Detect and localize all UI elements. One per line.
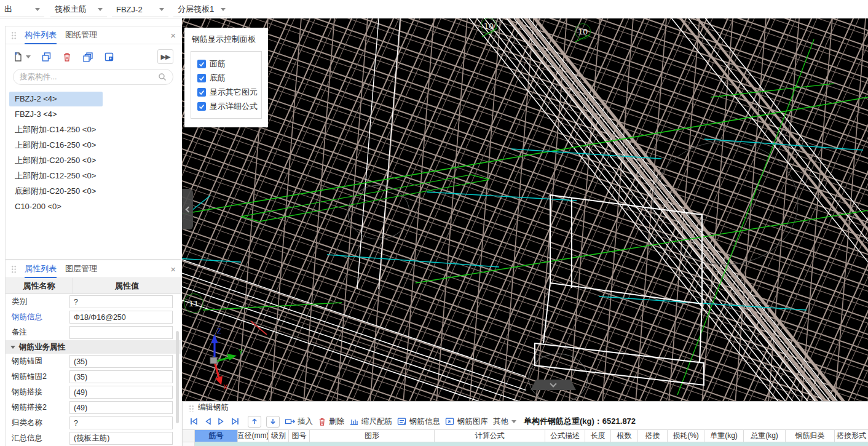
collapse-bottom-tab[interactable] — [531, 380, 576, 390]
layer-dropdown[interactable]: 出 — [0, 2, 44, 17]
3d-viewport[interactable]: Z Y X 10 10 11 钢筋显示控制面板 面筋 底筋 显示其 — [182, 18, 868, 401]
option-show-other-elements[interactable]: 显示其它图元 — [197, 85, 261, 99]
edit-panel-title: 编辑钢筋 — [198, 402, 229, 413]
property-value-field[interactable]: (49) — [69, 401, 173, 414]
property-label: 汇总信息 — [6, 433, 69, 444]
list-item[interactable]: 上部附加-C12-250 <0> — [9, 169, 177, 183]
slab-dropdown[interactable]: 分层筏板1 — [173, 2, 230, 17]
scrollbar-thumb[interactable] — [176, 331, 179, 423]
delete-button[interactable]: 删除 — [318, 416, 344, 427]
checkbox-checked-icon[interactable] — [197, 60, 206, 68]
column-header[interactable]: 钢筋归类 — [786, 430, 835, 442]
property-value-field[interactable] — [69, 326, 173, 339]
list-item[interactable]: 底部附加-C20-250 <0> — [9, 184, 177, 199]
edit-rebar-panel: 编辑钢筋 插入 删除 缩尺配筋 — [182, 401, 868, 446]
property-value-field[interactable]: (筏板主筋) — [69, 432, 173, 445]
layers-icon — [82, 52, 93, 62]
chevron-down-icon[interactable] — [26, 55, 31, 58]
save-component-button[interactable] — [104, 52, 114, 62]
list-item[interactable]: 上部附加-C20-250 <0> — [9, 153, 177, 168]
property-value-field[interactable]: (49) — [69, 386, 173, 399]
new-component-button[interactable] — [13, 52, 31, 62]
rebar-library-button[interactable]: 钢筋图库 — [445, 416, 488, 427]
column-header[interactable]: 图形 — [310, 430, 435, 442]
column-header[interactable]: 损耗(%) — [668, 430, 704, 442]
tab-property-list[interactable]: 属性列表 — [25, 260, 57, 278]
scale-rebar-button[interactable]: 缩尺配筋 — [349, 416, 392, 427]
property-group-header[interactable]: 钢筋业务属性 — [6, 340, 181, 354]
property-label: 类别 — [6, 297, 69, 307]
property-label: 钢筋锚固2 — [6, 372, 69, 382]
column-header[interactable]: 根数 — [611, 430, 638, 442]
list-item[interactable]: FBZJ-3 <4> — [9, 107, 177, 122]
list-item[interactable]: C10-200 <0> — [9, 199, 177, 214]
checkbox-checked-icon[interactable] — [197, 74, 206, 82]
copy-component-button[interactable] — [41, 52, 52, 62]
list-item[interactable]: FBZJ-2 <4> — [9, 92, 103, 106]
component-dropdown[interactable]: FBZJ-2 — [112, 2, 168, 17]
component-search[interactable] — [13, 69, 173, 85]
other-menu-button[interactable]: 其他 — [493, 416, 516, 427]
list-item[interactable]: 上部附加-C16-250 <0> — [9, 138, 177, 153]
column-header[interactable]: 直径(mm) — [238, 430, 269, 442]
drag-handle-icon[interactable] — [10, 31, 16, 39]
option-top-rebar[interactable]: 面筋 — [197, 57, 261, 71]
column-header[interactable]: 公式描述 — [545, 430, 585, 442]
drag-handle-icon[interactable] — [188, 404, 194, 412]
rebar-info-button[interactable]: 钢筋信息 — [397, 416, 440, 427]
property-value-field[interactable]: ? — [69, 416, 173, 429]
checkbox-checked-icon[interactable] — [197, 102, 206, 111]
checkbox-checked-icon[interactable] — [197, 88, 206, 97]
element-type-dropdown[interactable]: 筏板主筋 — [50, 2, 107, 17]
previous-record-button[interactable] — [205, 417, 211, 426]
property-panel: 属性列表 图层管理 × 属性名称 属性值 类别 ? 钢筋信息 Φ18/Φ16@2… — [5, 260, 181, 446]
first-record-button[interactable] — [189, 417, 199, 426]
property-value-field[interactable]: (35) — [69, 355, 173, 368]
axis-bubble: 10 — [481, 18, 497, 34]
chevron-down-icon — [98, 8, 103, 11]
expand-toolbar-button[interactable]: ▶▶ — [157, 49, 173, 64]
column-header[interactable]: 搭接 — [638, 430, 668, 442]
tab-layer-management[interactable]: 图层管理 — [65, 260, 97, 278]
copy-multiple-button[interactable] — [82, 52, 93, 62]
other-label: 其他 — [493, 416, 508, 427]
property-value-field[interactable]: Φ18/Φ16@250 — [69, 311, 173, 324]
insert-label: 插入 — [298, 416, 313, 427]
close-icon[interactable]: × — [170, 31, 176, 40]
property-value-field[interactable]: (35) — [69, 370, 173, 383]
arrow-down-icon — [269, 418, 277, 425]
property-row: 类别 ? — [6, 294, 181, 309]
close-icon[interactable]: × — [170, 265, 176, 274]
table-row[interactable] — [183, 442, 868, 446]
property-value-field[interactable]: ? — [69, 295, 173, 308]
column-header[interactable]: 图号 — [289, 430, 310, 442]
option-show-detailed-formula[interactable]: 显示详细公式 — [197, 99, 261, 113]
ruler-rebar-icon — [349, 417, 359, 426]
row-index-cell — [183, 442, 195, 446]
column-header[interactable]: 长度 — [585, 430, 611, 442]
last-record-button[interactable] — [231, 417, 240, 426]
search-input[interactable] — [20, 73, 158, 81]
column-header[interactable]: 计算公式 — [435, 430, 545, 442]
list-item[interactable]: 上部附加-C14-250 <0> — [9, 122, 177, 137]
rebar-library-label: 钢筋图库 — [457, 416, 488, 427]
insert-button[interactable]: 插入 — [285, 416, 313, 427]
column-header[interactable]: 筋号 — [195, 430, 238, 442]
drag-handle-icon[interactable] — [10, 265, 16, 273]
column-header[interactable]: 搭接形式 — [835, 430, 868, 442]
property-label: 钢筋搭接 — [6, 387, 69, 397]
next-record-button[interactable] — [218, 417, 224, 426]
column-header[interactable]: 单重(kg) — [704, 430, 744, 442]
move-row-up-button[interactable] — [248, 416, 261, 428]
column-header[interactable]: 级别 — [269, 430, 289, 442]
column-header[interactable]: 总重(kg) — [744, 430, 786, 442]
delete-component-button[interactable] — [62, 52, 72, 62]
tab-component-list[interactable]: 构件列表 — [25, 26, 57, 44]
move-row-down-button[interactable] — [266, 416, 280, 428]
scale-rebar-label: 缩尺配筋 — [361, 416, 392, 427]
library-icon — [445, 417, 455, 426]
element-type-value: 筏板主筋 — [55, 4, 87, 15]
option-bottom-rebar[interactable]: 底筋 — [197, 71, 261, 85]
tab-drawing-management[interactable]: 图纸管理 — [65, 26, 97, 44]
collapse-left-tab[interactable] — [182, 189, 193, 229]
